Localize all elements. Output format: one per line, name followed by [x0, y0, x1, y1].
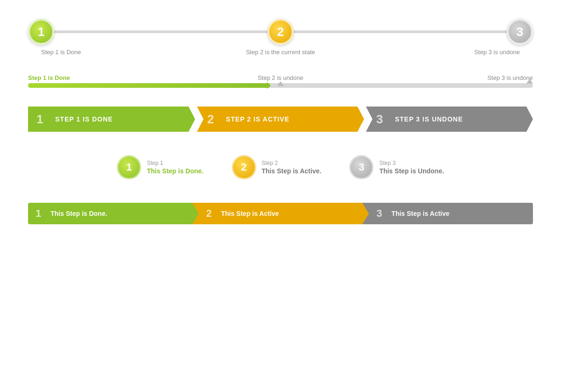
bc-num-3: 3: [376, 207, 388, 220]
bc-num-1: 1: [36, 207, 47, 220]
progress-track: [28, 83, 533, 88]
icon-circle-1: 1: [117, 155, 141, 179]
icon-step-subtitle-3: This Step is Undone.: [379, 167, 444, 175]
icon-step-title-1: Step 1: [147, 160, 203, 166]
icon-step-1: 1 Step 1 This Step is Done.: [117, 155, 203, 179]
step-node-2: 2: [267, 19, 294, 45]
arrow-inner-1: 1 STEP 1 IS DONE: [28, 107, 195, 132]
icon-step-title-2: Step 2: [262, 160, 322, 166]
section3-arrow-steps: 1 STEP 1 IS DONE 2 STEP 2 IS ACTIVE 3 ST…: [28, 107, 533, 132]
icon-step-text-3: Step 3 This Step is Undone.: [379, 160, 444, 175]
step-circle-2: 2: [267, 19, 294, 45]
steps-line-row: 1 2 3: [28, 19, 533, 45]
breadcrumb-step-2: 2 This Step is Active: [192, 203, 363, 224]
icon-step-title-3: Step 3: [379, 160, 444, 166]
progress-fill: [28, 83, 270, 88]
icon-step-text-1: Step 1 This Step is Done.: [147, 160, 203, 175]
arrow-num-1: 1: [36, 112, 50, 127]
breadcrumb-step-3: 3 This Step is Active: [362, 203, 533, 224]
arrow-inner-2: 2 STEP 2 IS ACTIVE: [197, 107, 364, 132]
icon-circle-2: 2: [232, 155, 256, 179]
icon-circle-3: 3: [349, 155, 374, 179]
main-container: 1 2 3 Step 1 is Done Step 2 is the curre…: [0, 0, 561, 238]
step3-label: Step 3 is undone: [360, 49, 520, 56]
step-circle-1: 1: [28, 19, 54, 45]
section2-progress: Step 1 is Done Step 2 is undone Step 3 i…: [28, 74, 533, 88]
bc-num-2: 2: [206, 207, 217, 220]
arrow-inner-3: 3 STEP 3 IS UNDONE: [366, 107, 533, 132]
icon-step-subtitle-1: This Step is Done.: [147, 167, 203, 175]
progress-end-marker: [526, 79, 533, 84]
icon-step-text-2: Step 2 This Step is Active.: [262, 160, 322, 175]
arrow-step-3: 3 STEP 3 IS UNDONE: [366, 107, 533, 132]
icon-step-2: 2 Step 2 This Step is Active.: [232, 155, 322, 179]
breadcrumb-step-1: 1 This Step is Done.: [28, 203, 192, 224]
bc-text-1: This Step is Done.: [50, 210, 107, 217]
step1-label: Step 1 is Done: [41, 49, 201, 56]
section5-breadcrumb: 1 This Step is Done. 2 This Step is Acti…: [28, 203, 533, 224]
arrow-text-2: STEP 2 IS ACTIVE: [226, 115, 289, 123]
progress-thumb: [267, 82, 271, 89]
section1-circle-steps: 1 2 3 Step 1 is Done Step 2 is the curre…: [28, 19, 533, 56]
arrow-step-2: 2 STEP 2 IS ACTIVE: [197, 107, 364, 132]
bc-text-3: This Step is Active: [391, 210, 449, 217]
prog-label-3: Step 3 is undone: [365, 74, 533, 81]
bc-text-2: This Step is Active: [221, 210, 279, 217]
section4-icon-steps: 1 Step 1 This Step is Done. 2 Step 2 Thi…: [28, 150, 533, 184]
prog-label-1: Step 1 is Done: [28, 74, 196, 81]
progress-mid-marker: [277, 81, 284, 86]
step-node-3: 3: [507, 19, 533, 45]
icon-step-subtitle-2: This Step is Active.: [262, 167, 322, 175]
arrow-num-2: 2: [207, 112, 221, 127]
prog-label-2: Step 2 is undone: [196, 74, 365, 81]
arrow-num-3: 3: [376, 112, 390, 127]
steps-labels-row: Step 1 is Done Step 2 is the current sta…: [28, 49, 533, 56]
arrow-text-3: STEP 3 IS UNDONE: [395, 115, 463, 123]
progress-labels: Step 1 is Done Step 2 is undone Step 3 i…: [28, 74, 533, 81]
arrow-text-1: STEP 1 IS DONE: [55, 115, 113, 123]
step-circle-3: 3: [507, 19, 533, 45]
arrow-step-1: 1 STEP 1 IS DONE: [28, 107, 195, 132]
icon-step-3: 3 Step 3 This Step is Undone.: [349, 155, 444, 179]
step-node-1: 1: [28, 19, 54, 45]
step2-label: Step 2 is the current state: [201, 49, 360, 56]
